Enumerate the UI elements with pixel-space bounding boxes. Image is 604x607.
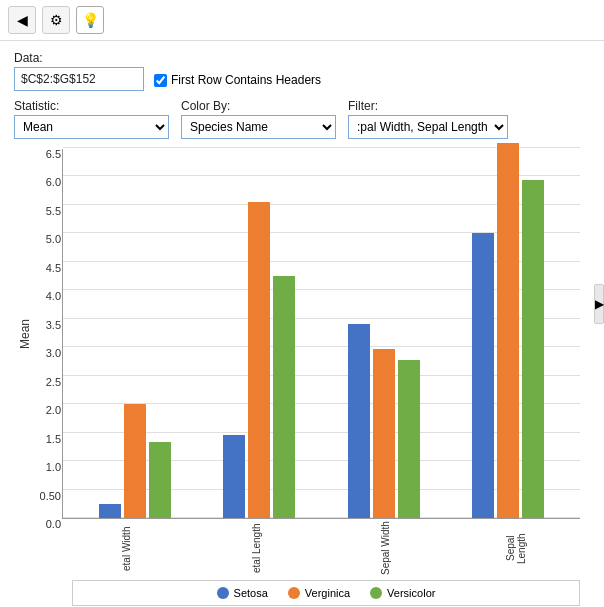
back-button[interactable]: ◀ — [8, 6, 36, 34]
legend-color-dot — [217, 587, 229, 599]
toolbar: ◀ ⚙ 💡 — [0, 0, 604, 41]
filter-label: Filter: — [348, 99, 508, 113]
colorby-label: Color By: — [181, 99, 336, 113]
bars-container — [63, 149, 580, 518]
bar-blue — [223, 435, 245, 518]
y-tick-label: 3.5 — [33, 319, 61, 331]
bar-green — [149, 442, 171, 518]
filter-group: Filter: :pal Width, Sepal Length — [348, 99, 508, 139]
data-label: Data: — [14, 51, 144, 65]
second-row: Statistic: Mean Color By: Species Name F… — [14, 99, 590, 139]
y-tick-label: 6.0 — [33, 176, 61, 188]
x-axis-label: Sepal Width — [321, 521, 451, 576]
bar-orange — [373, 349, 395, 518]
colorby-group: Color By: Species Name — [181, 99, 336, 139]
filter-select[interactable]: :pal Width, Sepal Length — [348, 115, 508, 139]
legend-color-dot — [370, 587, 382, 599]
legend-color-dot — [288, 587, 300, 599]
bar-group — [322, 324, 446, 518]
x-axis-label: etal Length — [192, 521, 322, 576]
legend-item: Versicolor — [370, 587, 435, 599]
legend-item: Verginica — [288, 587, 350, 599]
x-axis-label: etal Width — [62, 521, 192, 576]
bar-group — [446, 143, 570, 518]
legend-label: Verginica — [305, 587, 350, 599]
y-tick-label: 1.0 — [33, 461, 61, 473]
settings-button[interactable]: ⚙ — [42, 6, 70, 34]
x-axis-labels: etal Widthetal LengthSepal WidthSepal Le… — [62, 521, 580, 576]
y-tick-label: 0.0 — [33, 518, 61, 530]
bar-orange — [124, 404, 146, 518]
bar-green — [522, 180, 544, 518]
header-checkbox-row: First Row Contains Headers — [154, 73, 321, 87]
legend-label: Setosa — [234, 587, 268, 599]
y-tick-label: 5.5 — [33, 205, 61, 217]
data-input[interactable] — [14, 67, 144, 91]
y-tick-label: 4.5 — [33, 262, 61, 274]
y-tick-label: 0.50 — [33, 490, 61, 502]
header-checkbox-label: First Row Contains Headers — [171, 73, 321, 87]
bar-group — [197, 202, 321, 518]
bar-green — [273, 276, 295, 518]
panel-resize-handle[interactable]: ▶ — [594, 284, 604, 324]
bar-green — [398, 360, 420, 518]
bar-group — [73, 404, 197, 518]
chart-legend: SetosaVerginicaVersicolor — [72, 580, 580, 606]
bar-orange — [248, 202, 270, 518]
data-row: Data: First Row Contains Headers — [14, 51, 590, 91]
insight-button[interactable]: 💡 — [76, 6, 104, 34]
y-tick-label: 3.0 — [33, 347, 61, 359]
legend-label: Versicolor — [387, 587, 435, 599]
header-checkbox[interactable] — [154, 74, 167, 87]
y-tick-label: 2.5 — [33, 376, 61, 388]
y-tick-label: 4.0 — [33, 290, 61, 302]
statistic-group: Statistic: Mean — [14, 99, 169, 139]
y-tick-label: 6.5 — [33, 148, 61, 160]
chart-grid: 0.00.501.01.52.02.53.03.54.04.55.05.56.0… — [62, 149, 580, 519]
x-axis-label: Sepal Length — [451, 521, 581, 576]
colorby-select[interactable]: Species Name — [181, 115, 336, 139]
bar-blue — [472, 233, 494, 518]
legend-item: Setosa — [217, 587, 268, 599]
chart-area: Mean 0.00.501.01.52.02.53.03.54.04.55.05… — [14, 149, 590, 606]
form-area: Data: First Row Contains Headers Statist… — [0, 41, 604, 607]
bar-blue — [348, 324, 370, 518]
y-tick-label: 1.5 — [33, 433, 61, 445]
bar-orange — [497, 143, 519, 518]
y-tick-label: 5.0 — [33, 233, 61, 245]
data-group: Data: — [14, 51, 144, 91]
y-axis-label: Mean — [14, 149, 32, 519]
bar-blue — [99, 504, 121, 518]
y-tick-label: 2.0 — [33, 404, 61, 416]
statistic-label: Statistic: — [14, 99, 169, 113]
statistic-select[interactable]: Mean — [14, 115, 169, 139]
